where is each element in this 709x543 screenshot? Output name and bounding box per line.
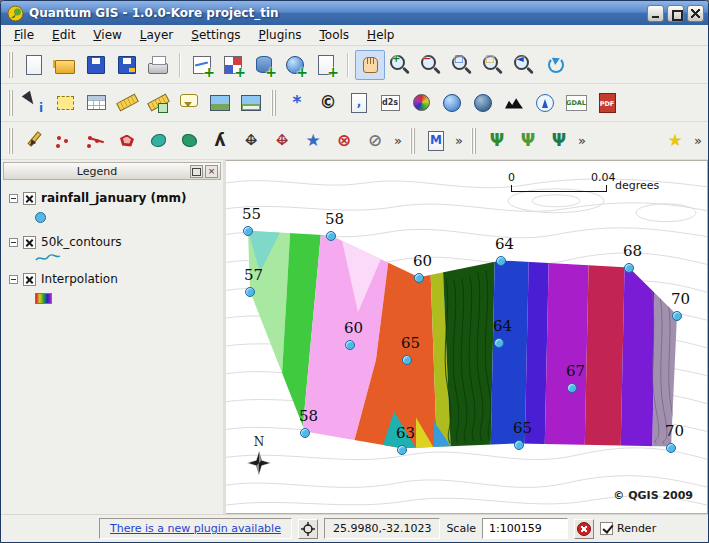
copyright-label-plugin-button[interactable]: © — [313, 88, 343, 118]
plugin-sphere-button[interactable] — [468, 88, 498, 118]
toolbar-handle[interactable] — [8, 90, 14, 116]
split-features-button[interactable] — [174, 126, 204, 156]
grass-new-mapset-button[interactable]: Ψ — [513, 126, 543, 156]
toggle-editing-button[interactable] — [19, 126, 49, 156]
measure-area-button[interactable] — [143, 88, 173, 118]
map-canvas[interactable]: 555860646870576065646758636570 0 0.04 de… — [226, 160, 708, 514]
legend-item-rainfall-january-mm[interactable]: rainfall_january (mm) — [1, 188, 223, 207]
render-checkbox[interactable] — [600, 522, 613, 535]
delete-selected-button[interactable]: ⊗ — [329, 126, 359, 156]
close-panel-button[interactable]: × — [205, 165, 218, 178]
close-button[interactable] — [687, 5, 704, 22]
map-point[interactable] — [514, 440, 524, 450]
map-point[interactable] — [345, 340, 355, 350]
refresh-map-button[interactable] — [541, 50, 571, 80]
toolbar-overflow-chevron[interactable]: » — [391, 133, 405, 148]
plugin-globe-button[interactable] — [437, 88, 467, 118]
pan-map-button[interactable] — [355, 50, 385, 80]
move-feature-button[interactable] — [143, 126, 173, 156]
maximize-button[interactable] — [667, 5, 684, 22]
identify-features-button[interactable]: i — [19, 88, 49, 118]
map-point[interactable] — [326, 231, 336, 241]
add-vector-layer-button[interactable]: + — [187, 50, 217, 80]
open-project-button[interactable] — [50, 50, 80, 80]
minimize-button[interactable] — [647, 5, 664, 22]
map-point[interactable] — [402, 355, 412, 365]
stop-render-button[interactable] — [574, 519, 594, 539]
zoom-to-selection-button[interactable]: □ — [479, 50, 509, 80]
grass-open-mapset-button[interactable]: Ψ — [482, 126, 512, 156]
north-arrow-plugin-button[interactable] — [530, 88, 560, 118]
tree-expander-icon[interactable] — [9, 275, 18, 284]
map-point[interactable] — [245, 287, 255, 297]
scale-input[interactable] — [482, 518, 568, 539]
plugin-notice-link[interactable]: There is a new plugin available — [99, 518, 292, 539]
menu-settings[interactable]: Settings — [182, 26, 249, 44]
layer-visibility-checkbox[interactable] — [23, 236, 36, 249]
grass-tools-button[interactable]: Ψ — [544, 126, 574, 156]
new-bookmark-button[interactable] — [205, 88, 235, 118]
toolbar-handle[interactable] — [410, 128, 416, 154]
add-postgis-layer-button[interactable]: + — [249, 50, 279, 80]
add-vertex-button[interactable]: ↔↕ — [267, 126, 297, 156]
menu-help[interactable]: Help — [358, 26, 403, 44]
coordinate-capture-button[interactable] — [298, 519, 318, 539]
move-vertex-button[interactable]: ↔↕ — [236, 126, 266, 156]
zoom-last-button[interactable]: ◄ — [510, 50, 540, 80]
map-point[interactable] — [672, 311, 682, 321]
select-features-button[interactable] — [50, 88, 80, 118]
legend-header[interactable]: Legend × — [3, 162, 221, 180]
cut-features-button[interactable]: ⊘ — [360, 126, 390, 156]
legend-item-50k-contours[interactable]: 50k_contours — [1, 232, 223, 251]
dxf2shape-converter-button[interactable]: d2s — [375, 88, 405, 118]
zoom-in-button[interactable]: + — [386, 50, 416, 80]
toolbar-handle[interactable] — [8, 128, 14, 154]
gdal-tools-button[interactable]: GDAL — [561, 88, 591, 118]
toolbar-handle[interactable] — [471, 128, 477, 154]
menu-tools[interactable]: Tools — [311, 26, 359, 44]
layer-visibility-checkbox[interactable] — [23, 192, 36, 205]
toolbar-handle[interactable] — [8, 52, 14, 78]
menu-file[interactable]: File — [5, 26, 43, 44]
float-panel-button[interactable] — [190, 165, 203, 178]
node-tool-button[interactable]: ʎ — [205, 126, 235, 156]
tree-expander-icon[interactable] — [9, 194, 18, 203]
delete-vertex-button[interactable]: ★ — [298, 126, 328, 156]
add-wms-layer-button[interactable]: + — [280, 50, 310, 80]
map-point[interactable] — [300, 428, 310, 438]
map-point[interactable] — [243, 226, 253, 236]
add-delimited-text-button[interactable]: , — [344, 88, 374, 118]
menu-layer[interactable]: Layer — [131, 26, 182, 44]
menu-view[interactable]: View — [84, 26, 130, 44]
map-point[interactable] — [624, 263, 634, 273]
toolbar-overflow-chevron[interactable]: » — [452, 133, 466, 148]
add-raster-layer-button[interactable]: + — [218, 50, 248, 80]
interpolation-plugin-button[interactable] — [406, 88, 436, 118]
map-point[interactable] — [397, 445, 407, 455]
map-point[interactable] — [494, 338, 504, 348]
menu-edit[interactable]: Edit — [43, 26, 84, 44]
tree-expander-icon[interactable] — [9, 238, 18, 247]
open-attribute-table-button[interactable] — [81, 88, 111, 118]
capture-polygon-button[interactable] — [112, 126, 142, 156]
print-button[interactable] — [143, 50, 173, 80]
measure-line-button[interactable] — [112, 88, 142, 118]
layer-visibility-checkbox[interactable] — [23, 273, 36, 286]
map-point[interactable] — [567, 383, 577, 393]
toolbar-handle[interactable] — [271, 90, 277, 116]
map-point[interactable] — [666, 443, 676, 453]
profile-plugin-button[interactable] — [499, 88, 529, 118]
capture-line-button[interactable] — [81, 126, 111, 156]
map-point[interactable] — [496, 256, 506, 266]
toolbar-overflow-chevron[interactable]: » — [575, 133, 589, 148]
save-project-as-button[interactable] — [112, 50, 142, 80]
capture-point-button[interactable] — [50, 126, 80, 156]
favorites-plugin-button[interactable]: ★ — [660, 126, 690, 156]
map-tips-button[interactable] — [174, 88, 204, 118]
pdf-export-button[interactable]: PDF — [592, 88, 622, 118]
menu-plugins[interactable]: Plugins — [250, 26, 311, 44]
legend-item-interpolation[interactable]: Interpolation — [1, 269, 223, 288]
new-vector-layer-button[interactable]: + — [311, 50, 341, 80]
plugin-star-button[interactable]: * — [282, 88, 312, 118]
zoom-full-extent-button[interactable]: □ — [448, 50, 478, 80]
